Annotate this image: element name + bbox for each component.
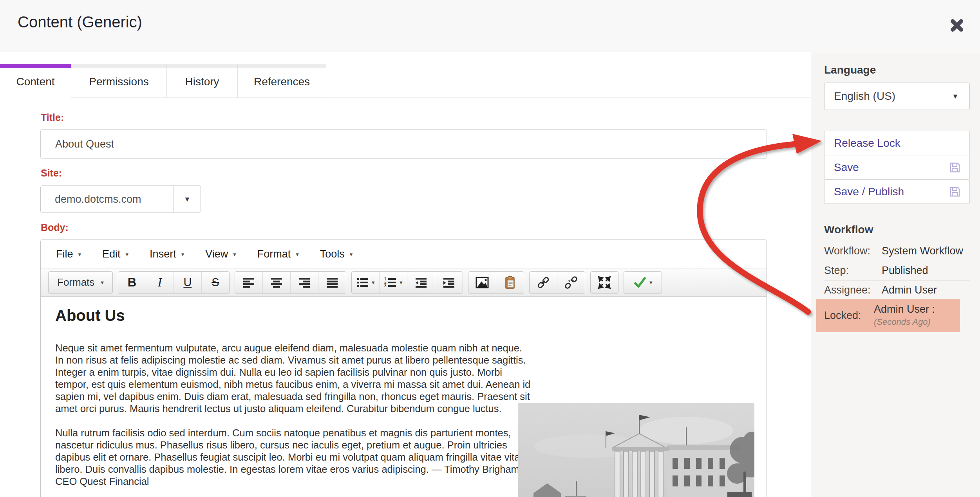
workflow-row-label: Assignee: xyxy=(824,284,882,296)
menu-edit[interactable]: Edit▾ xyxy=(92,248,139,260)
workflow-row-label: Step: xyxy=(824,265,882,277)
editor-menubar: File▾ Edit▾ Insert▾ View▾ Format▾ Tools▾ xyxy=(41,240,767,268)
alignment-group xyxy=(235,271,346,294)
chevron-down-icon: ▾ xyxy=(101,279,104,285)
workflow-row-value: Admin User xyxy=(882,284,937,296)
menu-format[interactable]: Format▾ xyxy=(247,248,309,260)
tab-content[interactable]: Content xyxy=(0,64,71,98)
language-heading: Language xyxy=(824,64,876,76)
content-edit-modal: Content (Generic) Content Permissions Hi… xyxy=(0,0,980,497)
menu-view[interactable]: View▾ xyxy=(195,248,247,260)
chevron-down-icon: ▾ xyxy=(181,251,184,257)
text-style-group: B I U S xyxy=(118,271,230,294)
remove-link-button[interactable] xyxy=(557,272,585,294)
close-icon xyxy=(949,18,965,33)
tab-label: Permissions xyxy=(89,76,148,88)
locked-ago: (Seconds Ago) xyxy=(874,317,931,327)
align-left-button[interactable] xyxy=(235,272,262,294)
body-image-treasury-building[interactable] xyxy=(518,403,754,497)
tab-bar: Content Permissions History References xyxy=(0,64,326,98)
align-justify-button[interactable] xyxy=(318,272,346,294)
numbered-list-icon: 123 xyxy=(384,276,397,289)
tab-history[interactable]: History xyxy=(167,64,238,98)
rich-text-editor: File▾ Edit▾ Insert▾ View▾ Format▾ Tools▾… xyxy=(40,239,767,497)
site-select-value: demo.dotcms.com xyxy=(41,186,174,212)
italic-button[interactable]: I xyxy=(146,272,174,294)
align-center-icon xyxy=(270,276,283,289)
body-paragraph: Neque sit amet fermentum vulputate, arcu… xyxy=(55,342,532,415)
workflow-row: Assignee: Admin User xyxy=(824,281,970,300)
bold-icon: B xyxy=(128,276,136,290)
chevron-down-icon[interactable]: ▼ xyxy=(174,186,201,212)
tab-underline xyxy=(326,97,811,98)
formats-dropdown[interactable]: Formats ▾ xyxy=(49,272,112,294)
menu-insert[interactable]: Insert▾ xyxy=(139,248,195,260)
bullet-list-button[interactable]: ▾ xyxy=(352,272,379,294)
editor-toolbar: Formats ▾ B I U S xyxy=(41,268,767,297)
site-label: Site: xyxy=(41,167,62,179)
release-lock-button[interactable]: Release Lock xyxy=(824,131,970,155)
numbered-list-button[interactable]: 123 ▾ xyxy=(379,272,407,294)
chevron-down-icon[interactable]: ▼ xyxy=(941,83,969,110)
fullscreen-button[interactable] xyxy=(591,272,618,294)
body-label: Body: xyxy=(41,222,69,233)
menu-file[interactable]: File▾ xyxy=(45,248,92,260)
site-select[interactable]: demo.dotcms.com ▼ xyxy=(40,185,201,213)
tab-references[interactable]: References xyxy=(238,64,326,98)
chevron-down-icon: ▾ xyxy=(372,279,375,285)
insert-link-button[interactable] xyxy=(530,272,557,294)
tab-label: History xyxy=(185,76,219,88)
bullet-list-icon xyxy=(356,276,369,289)
workflow-row-value: System Workflow xyxy=(882,245,963,257)
fullscreen-icon xyxy=(597,276,611,290)
tab-label: References xyxy=(254,76,310,88)
bold-button[interactable]: B xyxy=(118,272,146,294)
formats-group: Formats ▾ xyxy=(48,271,113,294)
workflow-info: Workflow: System Workflow Step: Publishe… xyxy=(824,241,970,300)
editor-content-area[interactable]: About Us Neque sit amet fermentum vulput… xyxy=(41,297,767,497)
strikethrough-button[interactable]: S xyxy=(201,272,229,294)
list-indent-group: ▾ 123 ▾ xyxy=(351,271,463,294)
page-title: Content (Generic) xyxy=(18,13,142,31)
align-justify-icon xyxy=(325,276,339,289)
outdent-button[interactable] xyxy=(407,272,435,294)
underline-button[interactable]: U xyxy=(174,272,201,294)
locked-value: Admin User : (Seconds Ago) xyxy=(874,303,935,328)
fullscreen-group xyxy=(590,271,618,294)
paste-button[interactable] xyxy=(496,272,524,294)
indent-button[interactable] xyxy=(435,272,463,294)
tab-permissions[interactable]: Permissions xyxy=(71,64,167,98)
align-right-button[interactable] xyxy=(290,272,318,294)
language-select[interactable]: English (US) ▼ xyxy=(824,83,970,110)
menu-tools[interactable]: Tools▾ xyxy=(309,248,363,260)
save-icon xyxy=(949,162,961,173)
underline-icon: U xyxy=(183,276,192,289)
chevron-down-icon: ▾ xyxy=(296,251,299,257)
insert-image-button[interactable] xyxy=(468,272,496,294)
align-left-icon xyxy=(242,276,255,289)
align-center-button[interactable] xyxy=(262,272,290,294)
body-heading: About Us xyxy=(55,307,125,324)
link-icon xyxy=(536,276,550,290)
italic-icon: I xyxy=(158,276,162,290)
save-publish-button[interactable]: Save / Publish xyxy=(824,179,970,204)
chevron-down-icon: ▾ xyxy=(649,279,653,285)
workflow-row: Workflow: System Workflow xyxy=(824,241,970,261)
svg-text:3: 3 xyxy=(384,284,387,288)
save-icon xyxy=(949,186,961,198)
close-button[interactable] xyxy=(948,16,966,34)
workflow-row-value: Published xyxy=(882,265,928,277)
workflow-action-buttons: Release Lock Save Save / Publish xyxy=(824,131,970,204)
workflow-row: Step: Published xyxy=(824,261,970,281)
locked-label: Locked: xyxy=(816,310,874,322)
indent-icon xyxy=(442,276,456,289)
body-paragraph: Nulla rutrum facilisis odio sed interdum… xyxy=(55,427,532,488)
spellcheck-button[interactable]: ▾ xyxy=(624,272,662,294)
body-text: Neque sit amet fermentum vulputate, arcu… xyxy=(55,342,532,497)
title-input[interactable]: About Quest xyxy=(40,129,767,159)
strikethrough-icon: S xyxy=(212,276,219,289)
tab-label: Content xyxy=(16,76,54,88)
unlink-icon xyxy=(564,276,578,290)
save-button[interactable]: Save xyxy=(824,155,970,180)
align-right-icon xyxy=(298,276,311,289)
